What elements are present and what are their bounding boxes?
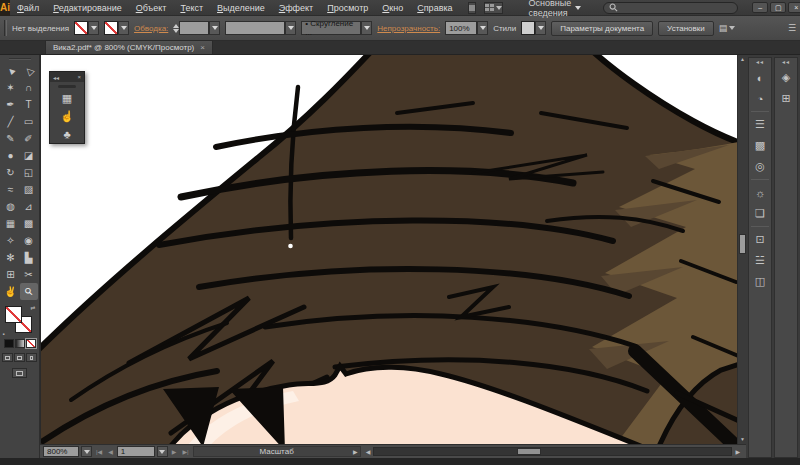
zoom-tool[interactable]: ⚲ bbox=[20, 283, 38, 300]
workspace-switcher[interactable]: Основные сведения bbox=[529, 0, 582, 18]
draw-normal-icon[interactable] bbox=[2, 353, 13, 362]
menu-help[interactable]: Справка bbox=[410, 1, 459, 15]
blend-tool[interactable]: ◉ bbox=[20, 232, 38, 249]
stroke-weight-field[interactable] bbox=[179, 21, 209, 35]
grid-swatch-icon[interactable]: ▦ bbox=[50, 89, 84, 107]
menu-select[interactable]: Выделение bbox=[210, 1, 272, 15]
style-dropdown[interactable] bbox=[535, 21, 546, 35]
transparency-panel-icon[interactable]: ◎ bbox=[749, 156, 771, 177]
color-guide-panel-icon[interactable]: ◔ bbox=[749, 88, 771, 109]
close-tab-icon[interactable]: × bbox=[200, 43, 205, 52]
next-artboard-button[interactable]: ▶ bbox=[170, 448, 179, 455]
extras-icon[interactable]: ▤ bbox=[719, 23, 736, 33]
align-panel-icon[interactable]: ☱ bbox=[749, 250, 771, 271]
draw-behind-icon[interactable] bbox=[14, 353, 25, 362]
vertical-scrollbar[interactable]: ▲ ▼ bbox=[737, 55, 746, 444]
vertical-scroll-thumb[interactable] bbox=[739, 234, 746, 254]
free-transform-tool[interactable]: ▨ bbox=[20, 181, 38, 198]
gradient-panel-icon[interactable]: ▩ bbox=[749, 135, 771, 156]
selection-tool[interactable]: ▲ bbox=[2, 62, 20, 79]
pen-tool[interactable]: ✒ bbox=[2, 96, 20, 113]
symbols-panel-icon[interactable]: ⊡ bbox=[749, 229, 771, 250]
artboard-number-field[interactable]: 1 bbox=[117, 446, 155, 457]
hand-tool[interactable]: ✌ bbox=[2, 283, 20, 300]
paintbrush-tool[interactable]: ✎ bbox=[2, 130, 20, 147]
stroke-color-dropdown[interactable] bbox=[118, 21, 129, 35]
brush-definition-field[interactable]: • Скругление ... bbox=[301, 21, 361, 35]
rotate-tool[interactable]: ↻ bbox=[2, 164, 20, 181]
artboards-panel-icon[interactable]: ⊞ bbox=[775, 88, 797, 109]
collapse-control-panel-icon[interactable]: ☰ bbox=[788, 23, 796, 33]
eraser-tool[interactable]: ◪ bbox=[20, 147, 38, 164]
default-fill-stroke-icon[interactable]: ▪ bbox=[3, 331, 5, 337]
eyedropper-tool[interactable]: ✧ bbox=[2, 232, 20, 249]
scale-tool[interactable]: ◱ bbox=[20, 164, 38, 181]
close-button[interactable]: × bbox=[788, 2, 800, 13]
search-input[interactable] bbox=[622, 3, 732, 12]
preferences-button[interactable]: Установки bbox=[658, 21, 714, 36]
close-panel-icon[interactable]: × bbox=[77, 74, 81, 80]
brush-definition-dropdown[interactable] bbox=[361, 21, 372, 35]
first-artboard-button[interactable]: |◀ bbox=[94, 448, 104, 455]
zoom-level-field[interactable]: 800% bbox=[43, 446, 79, 457]
menu-effect[interactable]: Эффект bbox=[272, 1, 320, 15]
previous-artboard-button[interactable]: ◀ bbox=[106, 448, 115, 455]
artwork-canvas[interactable]: ◂◂ × ▦ ☝ ♣ bbox=[40, 55, 737, 444]
scroll-down-icon[interactable]: ▼ bbox=[738, 435, 747, 444]
panel-grip[interactable] bbox=[9, 58, 31, 60]
fill-color-dropdown[interactable] bbox=[88, 21, 99, 35]
appearance-panel-icon[interactable]: ☼ bbox=[749, 182, 771, 203]
pencil-tool[interactable]: ✐ bbox=[20, 130, 38, 147]
swap-fill-stroke-icon[interactable]: ⇄ bbox=[30, 304, 35, 311]
artboard-tool[interactable]: ⊞ bbox=[2, 266, 20, 283]
screen-mode-button[interactable] bbox=[12, 368, 27, 378]
menu-edit[interactable]: Редактирование bbox=[46, 1, 129, 15]
collapse-panel-icon[interactable]: ◂◂ bbox=[53, 74, 59, 81]
symbol-sprayer-tool[interactable]: ✻ bbox=[2, 249, 20, 266]
width-tool[interactable]: ≈ bbox=[2, 181, 20, 198]
style-swatch[interactable] bbox=[521, 21, 535, 35]
scroll-right-icon[interactable]: ▶ bbox=[732, 448, 743, 455]
opacity-link[interactable]: Непрозрачность: bbox=[377, 24, 440, 33]
gradient-tool[interactable]: ▩ bbox=[20, 215, 38, 232]
stroke-panel-link[interactable]: Обводка: bbox=[134, 24, 168, 33]
last-artboard-button[interactable]: ▶| bbox=[180, 448, 190, 455]
floating-panel[interactable]: ◂◂ × ▦ ☝ ♣ bbox=[49, 71, 85, 144]
opacity-field[interactable]: 100% bbox=[445, 21, 477, 35]
color-panel-icon[interactable]: ◐ bbox=[749, 67, 771, 88]
menu-view[interactable]: Просмотр bbox=[320, 1, 375, 15]
document-setup-button[interactable]: Параметры документа bbox=[551, 21, 653, 36]
lasso-tool[interactable]: ∩ bbox=[20, 79, 38, 96]
pointer-hand-icon[interactable]: ☝ bbox=[50, 107, 84, 125]
width-profile-dropdown[interactable] bbox=[285, 21, 296, 35]
bridge-icon[interactable] bbox=[468, 2, 476, 14]
document-tab[interactable]: Вика2.pdf* @ 800% (CMYK/Просмотр) × bbox=[45, 40, 213, 54]
opacity-dropdown[interactable] bbox=[477, 21, 488, 35]
graphic-styles-panel-icon[interactable]: ❏ bbox=[749, 203, 771, 224]
scroll-up-icon[interactable]: ▲ bbox=[738, 55, 747, 64]
column-graph-tool[interactable]: ▙ bbox=[20, 249, 38, 266]
gradient-button[interactable] bbox=[15, 339, 25, 348]
search-box[interactable] bbox=[603, 2, 738, 14]
menu-file[interactable]: Файл bbox=[10, 1, 46, 15]
none-button[interactable] bbox=[26, 339, 36, 348]
zoom-level-dropdown[interactable] bbox=[81, 446, 92, 457]
stroke-color-swatch[interactable] bbox=[104, 21, 118, 35]
panel-grip[interactable] bbox=[58, 85, 76, 88]
draw-inside-icon[interactable] bbox=[26, 353, 37, 362]
fill-color-swatch[interactable] bbox=[74, 21, 88, 35]
magic-wand-tool[interactable]: ✶ bbox=[2, 79, 20, 96]
mesh-tool[interactable]: ▦ bbox=[2, 215, 20, 232]
scroll-left-icon[interactable]: ◀ bbox=[363, 448, 374, 455]
expand-panels-icon[interactable]: ◂◂ bbox=[782, 58, 790, 67]
line-segment-tool[interactable]: ╱ bbox=[2, 113, 20, 130]
shape-builder-tool[interactable]: ◍ bbox=[2, 198, 20, 215]
stroke-weight-dropdown[interactable] bbox=[209, 21, 220, 35]
horizontal-scrollbar[interactable]: ◀ ▶ bbox=[363, 446, 743, 457]
stroke-panel-icon[interactable]: ☰ bbox=[749, 114, 771, 135]
blob-brush-tool[interactable]: ● bbox=[2, 147, 20, 164]
perspective-grid-tool[interactable]: ⊿ bbox=[20, 198, 38, 215]
color-button[interactable] bbox=[4, 339, 14, 348]
horizontal-scroll-track[interactable] bbox=[373, 447, 732, 456]
status-menu-icon[interactable]: ▶ bbox=[353, 448, 358, 455]
